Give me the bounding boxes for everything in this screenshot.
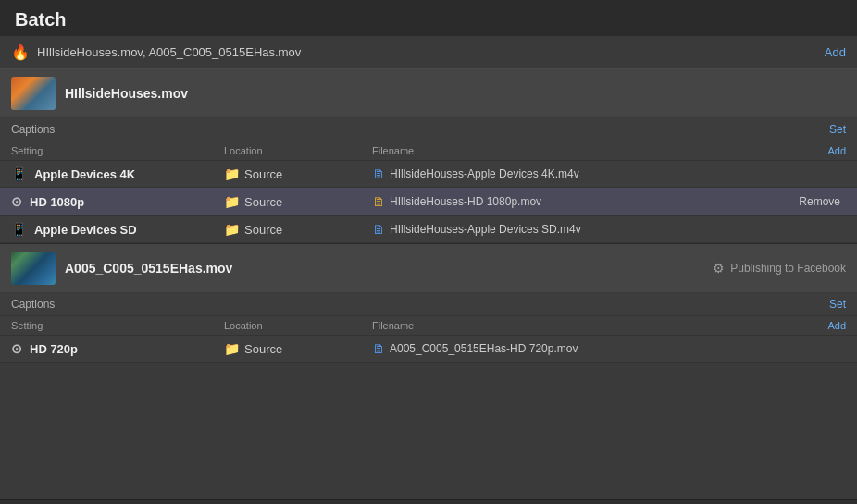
row-filename-1-1: 🗎 HIllsideHouses-Apple Devices 4K.m4v (372, 166, 846, 181)
col-headers-1: Setting Location Filename Add (0, 141, 857, 161)
file-icon-2-1: 🗎 (372, 341, 385, 356)
device-icon-1-1: 📱 (11, 166, 27, 181)
remove-button-1-2[interactable]: Remove (793, 193, 846, 210)
col-filename-header-2: Filename (372, 320, 827, 331)
captions-row-2: Captions Set (0, 293, 857, 316)
captions-set-button-1[interactable]: Set (829, 123, 846, 136)
encode-row-2-1[interactable]: ⊙ HD 720p 📁 Source 🗎 A005_C005_0515EHas-… (0, 336, 857, 363)
captions-row-1: Captions Set (0, 118, 857, 141)
row-filename-1-3: 🗎 HIllsideHouses-Apple Devices SD.m4v (372, 222, 846, 237)
file-section-1: HIllsideHouses.mov Captions Set Setting … (0, 69, 857, 244)
encode-row-1-2[interactable]: ⊙ HD 1080p 📁 Source 🗎 HIllsideHouses-HD … (0, 188, 857, 216)
row-setting-1-3: 📱 Apple Devices SD (11, 222, 224, 237)
device-icon-2-1: ⊙ (11, 341, 22, 356)
device-icon-1-2: ⊙ (11, 194, 22, 209)
captions-label-2: Captions (11, 298, 55, 311)
fire-icon: 🔥 (11, 43, 30, 61)
captions-label-1: Captions (11, 123, 55, 136)
gear-icon-2: ⚙ (713, 261, 725, 276)
col-add-button-2[interactable]: Add (827, 320, 846, 331)
file-header-2: A005_C005_0515EHas.mov ⚙ Publishing to F… (0, 244, 857, 293)
file-section-2: A005_C005_0515EHas.mov ⚙ Publishing to F… (0, 244, 857, 363)
row-filename-label-1-1: HIllsideHouses-Apple Devices 4K.m4v (390, 167, 579, 180)
row-filename-2-1: 🗎 A005_C005_0515EHas-HD 720p.mov (372, 341, 846, 356)
row-setting-label-1-3: Apple Devices SD (34, 223, 137, 237)
file-action-label-2: Publishing to Facebook (730, 262, 846, 275)
row-setting-1-1: 📱 Apple Devices 4K (11, 166, 224, 181)
folder-icon-1-3: 📁 (224, 222, 240, 237)
top-add-button[interactable]: Add (825, 45, 846, 59)
row-location-label-1-1: Source (244, 167, 282, 181)
col-setting-header-1: Setting (11, 145, 224, 156)
file-name-2: A005_C005_0515EHas.mov (65, 261, 232, 276)
row-filename-label-2-1: A005_C005_0515EHas-HD 720p.mov (390, 342, 578, 355)
col-headers-2: Setting Location Filename Add (0, 316, 857, 336)
captions-set-button-2[interactable]: Set (829, 298, 846, 311)
col-add-button-1[interactable]: Add (827, 145, 846, 156)
encode-row-1-3[interactable]: 📱 Apple Devices SD 📁 Source 🗎 HIllsideHo… (0, 216, 857, 243)
file-icon-1-3: 🗎 (372, 222, 385, 237)
row-setting-1-2: ⊙ HD 1080p (11, 194, 224, 209)
folder-icon-2-1: 📁 (224, 341, 240, 356)
col-location-header-1: Location (224, 145, 372, 156)
row-filename-label-1-3: HIllsideHouses-Apple Devices SD.m4v (390, 223, 581, 236)
file-thumbnail-2 (11, 252, 56, 285)
device-icon-1-3: 📱 (11, 222, 27, 237)
bottom-bar: + ▾ Start Batch (0, 499, 857, 504)
col-location-header-2: Location (224, 320, 372, 331)
file-name-1: HIllsideHouses.mov (65, 86, 188, 101)
content-area: 🔥 HIllsideHouses.mov, A005_C005_0515EHas… (0, 36, 857, 499)
file-thumbnail-1 (11, 77, 56, 110)
folder-icon-1-1: 📁 (224, 166, 240, 181)
file-header-1: HIllsideHouses.mov (0, 69, 857, 118)
row-filename-label-1-2: HIllsideHouses-HD 1080p.mov (390, 195, 541, 208)
file-icon-1-2: 🗎 (372, 194, 385, 209)
row-location-label-1-3: Source (244, 223, 282, 237)
row-setting-2-1: ⊙ HD 720p (11, 341, 224, 356)
page-title: Batch (0, 0, 857, 36)
row-filename-1-2: 🗎 HIllsideHouses-HD 1080p.mov (372, 194, 793, 209)
row-location-1-1: 📁 Source (224, 166, 372, 181)
row-location-1-3: 📁 Source (224, 222, 372, 237)
col-filename-header-1: Filename (372, 145, 827, 156)
row-location-label-2-1: Source (244, 342, 282, 356)
file-icon-1-1: 🗎 (372, 166, 385, 181)
row-setting-label-2-1: HD 720p (30, 342, 78, 356)
top-bar-files: 🔥 HIllsideHouses.mov, A005_C005_0515EHas… (11, 43, 301, 61)
top-bar-filenames: HIllsideHouses.mov, A005_C005_0515EHas.m… (37, 45, 301, 59)
encode-row-1-1[interactable]: 📱 Apple Devices 4K 📁 Source 🗎 HIllsideHo… (0, 161, 857, 188)
row-setting-label-1-1: Apple Devices 4K (34, 167, 135, 181)
row-location-2-1: 📁 Source (224, 341, 372, 356)
row-location-1-2: 📁 Source (224, 194, 372, 209)
folder-icon-1-2: 📁 (224, 194, 240, 209)
file-action-2: ⚙ Publishing to Facebook (713, 261, 846, 276)
row-location-label-1-2: Source (244, 195, 282, 209)
col-setting-header-2: Setting (11, 320, 224, 331)
row-setting-label-1-2: HD 1080p (30, 195, 84, 209)
top-bar: 🔥 HIllsideHouses.mov, A005_C005_0515EHas… (0, 36, 857, 69)
